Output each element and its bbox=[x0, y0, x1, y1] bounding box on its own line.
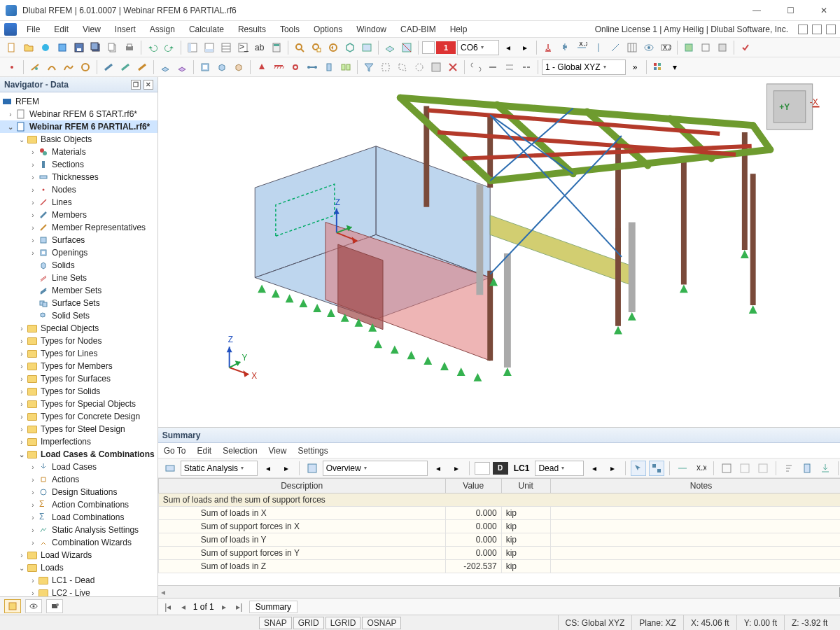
nav-tab-display[interactable] bbox=[25, 599, 42, 613]
select-type-icon[interactable] bbox=[649, 461, 664, 476]
osnap-toggle[interactable]: OSNAP bbox=[362, 617, 401, 629]
tree-load-cases[interactable]: ›Load Cases bbox=[0, 461, 158, 473]
next-case-icon[interactable]: ▸ bbox=[517, 40, 533, 55]
analysis-type-icon[interactable] bbox=[162, 461, 178, 476]
opening-icon[interactable] bbox=[197, 59, 213, 75]
tree-root[interactable]: RFEM bbox=[0, 95, 158, 108]
table-icon[interactable] bbox=[218, 40, 234, 55]
select-rect-icon[interactable] bbox=[378, 59, 393, 75]
minimize-button[interactable]: — bbox=[746, 6, 767, 15]
line-circle-icon[interactable] bbox=[78, 59, 93, 75]
menu-assign[interactable]: Assign bbox=[143, 22, 182, 36]
save-all-icon[interactable] bbox=[88, 40, 104, 55]
eccentric-icon[interactable] bbox=[321, 59, 337, 75]
zoom-selection-icon[interactable] bbox=[309, 40, 324, 55]
page-next-icon[interactable]: ▸ bbox=[218, 602, 230, 612]
block-icon[interactable] bbox=[55, 40, 70, 55]
tree-types-surfaces[interactable]: ›Types for Surfaces bbox=[0, 372, 158, 385]
menu-tools[interactable]: Tools bbox=[273, 22, 307, 36]
tree-materials[interactable]: ›Materials bbox=[0, 146, 158, 158]
maximize-button[interactable]: ☐ bbox=[780, 6, 801, 15]
summary-hscroll[interactable]: ◂▸ bbox=[158, 585, 840, 598]
overview-combo[interactable]: Overview▾ bbox=[323, 461, 428, 476]
select-obj-icon[interactable] bbox=[631, 461, 646, 476]
select-all-icon[interactable] bbox=[428, 59, 444, 75]
menu-file[interactable]: File bbox=[20, 22, 47, 36]
member2-icon[interactable] bbox=[118, 59, 133, 75]
snap-toggle[interactable]: SNAP bbox=[259, 617, 292, 629]
col-unit[interactable]: Unit bbox=[501, 479, 550, 493]
menu-view[interactable]: View bbox=[76, 22, 108, 36]
tree-basic-objects[interactable]: ⌄Basic Objects bbox=[0, 133, 158, 146]
member3-icon[interactable] bbox=[134, 59, 150, 75]
redo-icon[interactable] bbox=[162, 40, 177, 55]
menu-insert[interactable]: Insert bbox=[108, 22, 143, 36]
tree-load-combos[interactable]: ›ΣLoad Combinations bbox=[0, 511, 158, 524]
iso-view-icon[interactable] bbox=[342, 40, 358, 55]
units-icon[interactable]: ab bbox=[252, 40, 267, 55]
more-icon[interactable]: ▾ bbox=[667, 59, 682, 75]
zoom-previous-icon[interactable] bbox=[326, 40, 341, 55]
menu-results[interactable]: Results bbox=[231, 22, 273, 36]
menu-cadbim[interactable]: CAD-BIM bbox=[393, 22, 443, 36]
overview-next-icon[interactable]: ▸ bbox=[449, 461, 464, 476]
link4-icon[interactable] bbox=[519, 59, 534, 75]
line-spline-icon[interactable] bbox=[61, 59, 76, 75]
tree-actions[interactable]: ›Actions bbox=[0, 473, 158, 486]
tree-types-nodes[interactable]: ›Types for Nodes bbox=[0, 335, 158, 347]
summary-grid[interactable]: Description Value Unit Notes Sum of load… bbox=[158, 478, 840, 585]
tree-openings[interactable]: ›Openings bbox=[0, 246, 158, 259]
summary-menu-view[interactable]: View bbox=[269, 446, 287, 456]
overview-prev-icon[interactable]: ◂ bbox=[430, 461, 446, 476]
select-circle-icon[interactable] bbox=[412, 59, 427, 75]
menu-help[interactable]: Help bbox=[443, 22, 475, 36]
tree-members[interactable]: ›Members bbox=[0, 209, 158, 221]
analysis-combo[interactable]: Static Analysis▾ bbox=[181, 461, 258, 476]
tree-surface-sets[interactable]: Surface Sets bbox=[0, 297, 158, 309]
mdi-minimize-icon[interactable] bbox=[798, 24, 808, 34]
calc-icon[interactable] bbox=[269, 40, 284, 55]
solid-icon[interactable] bbox=[214, 59, 230, 75]
undo-icon[interactable] bbox=[145, 40, 160, 55]
view-options-icon[interactable] bbox=[359, 40, 374, 55]
tree-load-wizards[interactable]: ›Load Wizards bbox=[0, 549, 158, 561]
tree-types-members[interactable]: ›Types for Members bbox=[0, 360, 158, 372]
tree-sections[interactable]: ›Sections bbox=[0, 158, 158, 171]
overview-icon[interactable] bbox=[304, 461, 320, 476]
close-button[interactable]: ✕ bbox=[813, 6, 834, 15]
workplane-icon[interactable] bbox=[382, 40, 398, 55]
lc-name-combo[interactable]: Dead▾ bbox=[535, 461, 584, 476]
summary-menu-selection[interactable]: Selection bbox=[223, 446, 257, 456]
tree-loads[interactable]: ⌄Loads bbox=[0, 561, 158, 574]
sort-icon[interactable] bbox=[781, 461, 797, 476]
tree-file-start[interactable]: ›Webinar RFEM 6 START.rf6* bbox=[0, 108, 158, 120]
link3-icon[interactable] bbox=[502, 59, 517, 75]
page-prev-icon[interactable]: ◂ bbox=[178, 602, 189, 612]
lc-prev-icon[interactable]: ◂ bbox=[587, 461, 602, 476]
tree-lc2[interactable]: ›LC2 - Live bbox=[0, 587, 158, 596]
col-description[interactable]: Description bbox=[158, 479, 445, 493]
export-icon[interactable] bbox=[818, 461, 833, 476]
grid1-icon[interactable] bbox=[719, 461, 734, 476]
dimension-y-icon[interactable] bbox=[591, 40, 606, 55]
app-menu-icon[interactable] bbox=[4, 23, 17, 36]
col-value[interactable]: Value bbox=[445, 479, 501, 493]
page-first-icon[interactable]: |◂ bbox=[162, 602, 174, 612]
tree-static-settings[interactable]: ›Static Analysis Settings bbox=[0, 524, 158, 536]
tree-lc1[interactable]: ›LC1 - Dead bbox=[0, 574, 158, 587]
color-swatch[interactable] bbox=[422, 41, 435, 54]
surface2-icon[interactable] bbox=[174, 59, 190, 75]
section-view-icon[interactable] bbox=[399, 40, 414, 55]
wireframe-icon[interactable] bbox=[698, 40, 713, 55]
select-poly-icon[interactable] bbox=[395, 59, 410, 75]
dimension-x-icon[interactable]: x.x bbox=[574, 40, 589, 55]
tree-member-reps[interactable]: ›Member Representatives bbox=[0, 221, 158, 234]
script-icon[interactable]: >_ bbox=[235, 40, 251, 55]
hinge-icon[interactable] bbox=[288, 59, 303, 75]
tree-special-objects[interactable]: ›Special Objects bbox=[0, 322, 158, 335]
tree-types-lines[interactable]: ›Types for Lines bbox=[0, 347, 158, 360]
new-file-icon[interactable] bbox=[4, 40, 20, 55]
mdi-restore-icon[interactable] bbox=[812, 24, 822, 34]
tree-types-special[interactable]: ›Types for Special Objects bbox=[0, 398, 158, 410]
menu-options[interactable]: Options bbox=[307, 22, 349, 36]
